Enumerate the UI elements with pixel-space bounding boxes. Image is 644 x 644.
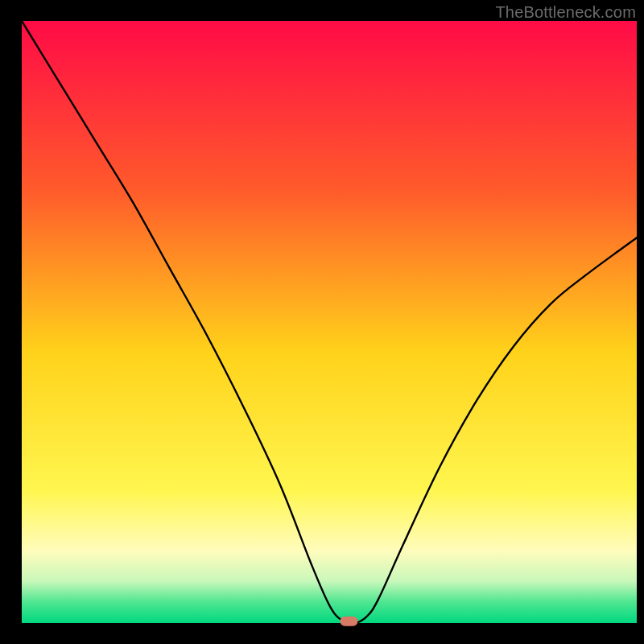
plot-background xyxy=(22,21,637,623)
chart-frame: TheBottleneck.com xyxy=(0,0,644,644)
optimal-point-marker xyxy=(340,617,357,626)
watermark-text: TheBottleneck.com xyxy=(495,3,636,22)
bottleneck-chart xyxy=(0,0,644,644)
